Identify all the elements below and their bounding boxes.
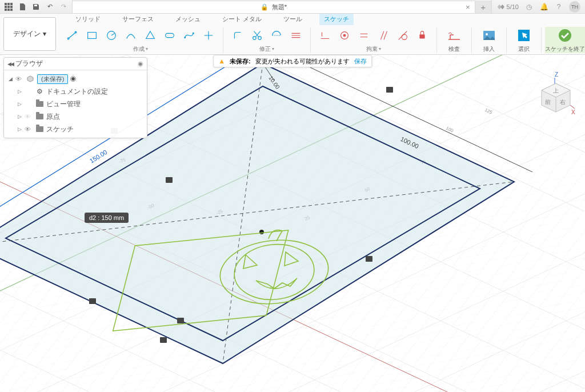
lock-icon: 🔒	[261, 3, 269, 11]
tree-item-settings[interactable]: ▷ ⚙ ドキュメントの設定	[4, 85, 147, 98]
collapse-browser-icon[interactable]: ◀◀	[7, 61, 13, 67]
extend-tool-icon[interactable]	[268, 27, 285, 44]
quick-access-toolbar: ↶ ↷	[0, 2, 72, 12]
svg-rect-3	[5, 6, 7, 8]
browser-settings-icon[interactable]: ◉	[138, 60, 143, 67]
rectangle-tool-icon[interactable]	[83, 27, 101, 44]
svg-rect-2	[10, 3, 13, 5]
trim-tool-icon[interactable]	[249, 27, 266, 44]
tree-item-origin[interactable]: ▷ 👁 原点	[4, 110, 147, 123]
parallel-constraint-icon[interactable]	[375, 27, 392, 44]
svg-point-10	[67, 38, 69, 39]
svg-rect-7	[7, 9, 10, 11]
browser-panel: ◀◀ ブラウザ ◉ ◢ 👁 (未保存) ▷ ⚙ ドキュメントの設定 ▷ ビュー管…	[3, 57, 147, 138]
gear-icon: ⚙	[35, 87, 44, 95]
ribbon-contexts: ソリッド サーフェス メッシュ シート メタル ツール スケッチ	[59, 14, 585, 54]
svg-text:前: 前	[545, 99, 551, 105]
save-link[interactable]: 保存	[354, 57, 367, 66]
equal-constraint-icon[interactable]	[355, 27, 372, 44]
view-cube[interactable]: Z 上 前 右 X	[536, 71, 576, 117]
unsaved-label: 未保存:	[230, 57, 251, 66]
finish-sketch-button[interactable]: スケッチを終了	[545, 27, 585, 53]
svg-rect-0	[5, 3, 7, 5]
select-button[interactable]: 選択	[510, 27, 538, 53]
redo-icon[interactable]: ↷	[58, 2, 69, 12]
folder-icon	[35, 126, 44, 132]
svg-rect-14	[166, 33, 174, 37]
svg-rect-8	[10, 9, 13, 11]
svg-rect-1	[7, 3, 10, 5]
inspect-button[interactable]: 検査	[440, 27, 468, 53]
fix-constraint-icon[interactable]	[414, 27, 431, 44]
axis-x-label: X	[571, 109, 575, 115]
status-area: 5/10 ◷ 🔔 ? TH	[492, 1, 585, 13]
tree-item-sketches[interactable]: ▷ 👁 スケッチ	[4, 123, 147, 135]
add-tab-button[interactable]: +	[475, 1, 491, 13]
group-create-label[interactable]: 作成	[133, 45, 148, 53]
circle-tool-icon[interactable]	[103, 27, 120, 44]
spline-tool-icon[interactable]	[181, 27, 198, 44]
extensions-indicator[interactable]: 5/10	[496, 3, 519, 11]
point-tool-icon[interactable]	[200, 27, 217, 44]
visibility-icon[interactable]: 👁	[15, 75, 23, 82]
save-icon[interactable]	[31, 2, 41, 12]
tangent-constraint-icon[interactable]	[394, 27, 411, 44]
active-component-radio[interactable]	[70, 76, 76, 82]
group-constrain: 拘束	[314, 27, 433, 53]
tree-root[interactable]: ◢ 👁 (未保存)	[4, 73, 147, 85]
horizontal-constraint-icon[interactable]	[316, 27, 334, 44]
ctx-solid[interactable]: ソリッド	[71, 14, 105, 25]
arc-tool-icon[interactable]	[122, 27, 139, 44]
group-modify-label[interactable]: 修正	[259, 45, 274, 53]
folder-icon	[35, 101, 44, 107]
coincident-constraint-icon[interactable]	[336, 27, 353, 44]
svg-point-45	[259, 230, 264, 234]
fillet-tool-icon[interactable]	[229, 27, 246, 44]
svg-point-26	[559, 29, 571, 42]
ctx-sheetmetal[interactable]: シート メタル	[218, 14, 266, 25]
svg-text:右: 右	[560, 99, 566, 105]
ctx-surface[interactable]: サーフェス	[118, 14, 158, 25]
svg-point-24	[486, 33, 488, 35]
component-icon	[26, 75, 35, 82]
help-icon[interactable]: ?	[554, 2, 563, 11]
ctx-tools[interactable]: ツール	[279, 14, 307, 25]
svg-rect-5	[10, 6, 13, 8]
document-tab[interactable]: 🔒 無題* ×	[73, 1, 475, 13]
svg-marker-69	[27, 76, 33, 82]
ctx-sketch[interactable]: スケッチ	[319, 14, 354, 25]
svg-line-68	[570, 105, 575, 109]
group-modify: 修正	[227, 27, 307, 53]
polygon-tool-icon[interactable]	[142, 27, 159, 44]
visibility-icon[interactable]: 👁	[25, 126, 33, 133]
notifications-icon[interactable]: 🔔	[539, 2, 548, 11]
undo-icon[interactable]: ↶	[45, 2, 55, 12]
line-tool-icon[interactable]	[64, 27, 81, 44]
twisty-icon[interactable]: ▷	[17, 101, 22, 107]
user-avatar[interactable]: TH	[569, 1, 580, 13]
job-status-icon[interactable]: ◷	[524, 2, 534, 11]
svg-rect-60	[89, 298, 96, 304]
folder-icon	[35, 114, 44, 119]
workspace-switcher[interactable]: デザイン ▾	[3, 17, 56, 51]
twisty-icon[interactable]: ▷	[17, 126, 22, 132]
tree-item-views[interactable]: ▷ ビュー管理	[4, 98, 147, 110]
twisty-icon[interactable]: ▷	[17, 89, 22, 94]
close-tab-icon[interactable]: ×	[466, 3, 470, 11]
offset-tool-icon[interactable]	[287, 27, 304, 44]
slot-tool-icon[interactable]	[161, 27, 178, 44]
svg-point-21	[402, 34, 407, 39]
twisty-icon[interactable]: ◢	[7, 76, 13, 82]
twisty-icon[interactable]: ▷	[17, 114, 22, 119]
app-menu-icon[interactable]	[3, 2, 14, 12]
document-title: 無題*	[272, 3, 287, 11]
visibility-icon[interactable]: 👁	[25, 113, 33, 120]
svg-point-20	[343, 34, 346, 37]
group-constrain-label[interactable]: 拘束	[366, 45, 381, 53]
tool-row: 作成 修正	[59, 25, 585, 54]
svg-rect-59	[177, 318, 184, 323]
ctx-mesh[interactable]: メッシュ	[171, 14, 205, 25]
insert-button[interactable]: 挿入	[475, 27, 503, 53]
ribbon: デザイン ▾ ソリッド サーフェス メッシュ シート メタル ツール スケッチ	[0, 14, 585, 55]
new-file-icon[interactable]	[17, 2, 27, 12]
